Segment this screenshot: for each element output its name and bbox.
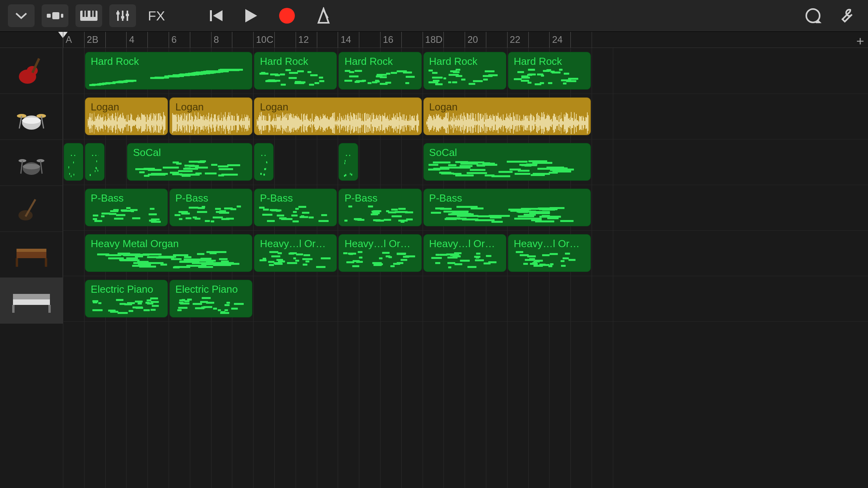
timeline-ruler[interactable]: A2B46810C12141618D202224 + bbox=[0, 32, 868, 48]
record-icon bbox=[278, 7, 296, 24]
metronome-icon bbox=[315, 7, 332, 24]
region-midi[interactable]: P-Bass bbox=[423, 189, 591, 226]
instrument-view-button[interactable] bbox=[75, 4, 102, 27]
svg-line-34 bbox=[21, 161, 22, 174]
drumkit-electronic-icon bbox=[14, 147, 49, 178]
ruler-marker[interactable]: 22 bbox=[507, 32, 520, 48]
region-midi[interactable]: P-Bass bbox=[169, 189, 252, 226]
loop-icon bbox=[804, 7, 822, 25]
region-midi[interactable]: Hard Rock bbox=[338, 52, 421, 90]
region-midi[interactable]: P-Bass bbox=[338, 189, 421, 226]
ruler-marker[interactable]: 10C bbox=[253, 32, 273, 48]
region-midi[interactable]: P-Bass bbox=[254, 189, 337, 226]
ruler-marker[interactable]: 6 bbox=[169, 32, 177, 48]
ruler-marker[interactable]: 24 bbox=[549, 32, 563, 48]
region-label: P-Bass bbox=[175, 192, 246, 204]
loop-button[interactable] bbox=[800, 4, 826, 27]
ruler-marker[interactable]: 8 bbox=[211, 32, 219, 48]
region-midi[interactable]: Heavy…l Organ bbox=[338, 234, 421, 272]
tracks-icon bbox=[46, 10, 64, 22]
region-label: Logan bbox=[175, 101, 246, 113]
ruler-marker[interactable]: 14 bbox=[338, 32, 351, 48]
svg-rect-1 bbox=[52, 12, 59, 19]
app-root: FX A2B46810C12141618D202224 bbox=[0, 0, 868, 488]
region-midi[interactable]: Hard Rock bbox=[423, 52, 506, 90]
svg-rect-5 bbox=[86, 11, 88, 17]
region-audio[interactable]: Logan bbox=[169, 97, 252, 135]
region-audio[interactable]: Logan bbox=[85, 97, 168, 135]
drumkit-acoustic-icon bbox=[14, 101, 49, 132]
ruler-marker[interactable]: 16 bbox=[380, 32, 394, 48]
metronome-button[interactable] bbox=[315, 7, 332, 24]
svg-rect-44 bbox=[12, 305, 15, 313]
region-midi[interactable]: SoCal bbox=[127, 143, 252, 181]
svg-rect-9 bbox=[116, 12, 120, 15]
settings-button[interactable] bbox=[833, 4, 860, 27]
region-audio[interactable]: Logan bbox=[423, 97, 591, 135]
svg-line-35 bbox=[40, 161, 42, 174]
piano-keys-icon bbox=[80, 10, 97, 22]
svg-rect-39 bbox=[17, 249, 46, 252]
svg-rect-45 bbox=[48, 305, 51, 313]
track-header[interactable] bbox=[0, 48, 63, 94]
track-header[interactable] bbox=[0, 140, 63, 186]
region-label: Hard Rock bbox=[344, 55, 416, 68]
svg-rect-4 bbox=[83, 11, 85, 17]
svg-rect-0 bbox=[47, 14, 51, 18]
region-label: P-Bass bbox=[260, 192, 331, 204]
region-midi[interactable]: … bbox=[338, 143, 358, 181]
play-icon bbox=[244, 7, 259, 24]
svg-point-31 bbox=[23, 164, 40, 169]
region-midi[interactable]: Hard Rock bbox=[85, 52, 252, 90]
track-headers bbox=[0, 48, 63, 488]
region-midi[interactable]: … bbox=[254, 143, 274, 181]
track-header[interactable] bbox=[0, 278, 63, 324]
ruler-marker[interactable]: 4 bbox=[126, 32, 134, 48]
region-label: Logan bbox=[91, 101, 162, 113]
region-midi[interactable]: SoCal bbox=[423, 143, 591, 181]
record-button[interactable] bbox=[278, 7, 296, 24]
svg-rect-2 bbox=[61, 14, 63, 18]
browser-toggle-button[interactable] bbox=[8, 4, 35, 27]
region-midi[interactable]: … bbox=[85, 143, 105, 181]
ruler-marker[interactable]: 18D bbox=[423, 32, 443, 48]
arrangement-grid[interactable]: Hard RockHard RockHard RockHard RockHard… bbox=[63, 48, 868, 488]
region-midi[interactable]: Hard Rock bbox=[254, 52, 337, 90]
fx-button[interactable]: FX bbox=[143, 4, 170, 27]
region-label: Electric Piano bbox=[175, 283, 246, 295]
region-label: Hard Rock bbox=[514, 55, 585, 68]
region-midi[interactable]: Hard Rock bbox=[508, 52, 591, 90]
region-midi[interactable]: Heavy…l Organ bbox=[423, 234, 506, 272]
svg-point-25 bbox=[22, 117, 41, 124]
mixer-button[interactable] bbox=[109, 4, 136, 27]
ruler-marker[interactable]: 20 bbox=[465, 32, 478, 48]
ruler-marker[interactable]: 12 bbox=[296, 32, 309, 48]
organ-icon bbox=[12, 241, 51, 268]
track-header[interactable] bbox=[0, 232, 63, 278]
region-audio[interactable]: Logan bbox=[254, 97, 421, 135]
region-midi[interactable]: Heavy…l Organ bbox=[254, 234, 337, 272]
region-midi[interactable]: Heavy…l Organ bbox=[508, 234, 591, 272]
add-marker-button[interactable]: + bbox=[856, 33, 864, 49]
region-label: Hard Rock bbox=[91, 55, 246, 68]
region-label: … bbox=[91, 147, 99, 159]
svg-rect-6 bbox=[90, 11, 92, 17]
play-button[interactable] bbox=[244, 7, 259, 24]
svg-rect-14 bbox=[210, 10, 212, 21]
ruler-marker[interactable]: A bbox=[63, 32, 72, 48]
region-midi[interactable]: Electric Piano bbox=[169, 280, 252, 317]
region-midi[interactable]: Electric Piano bbox=[85, 280, 168, 317]
region-midi[interactable]: P-Bass bbox=[85, 189, 168, 226]
svg-rect-41 bbox=[45, 258, 47, 267]
region-midi[interactable]: … bbox=[64, 143, 83, 181]
tracks-view-button[interactable] bbox=[42, 4, 68, 27]
region-label: Heavy…l Organ bbox=[514, 238, 585, 250]
go-to-start-button[interactable] bbox=[208, 8, 224, 24]
region-label: SoCal bbox=[133, 147, 246, 159]
svg-point-17 bbox=[279, 8, 295, 24]
ruler-marker[interactable]: 2B bbox=[84, 32, 98, 48]
track-header[interactable] bbox=[0, 186, 63, 232]
region-label: P-Bass bbox=[91, 192, 162, 204]
region-midi[interactable]: Heavy Metal Organ bbox=[85, 234, 252, 272]
track-header[interactable] bbox=[0, 94, 63, 140]
